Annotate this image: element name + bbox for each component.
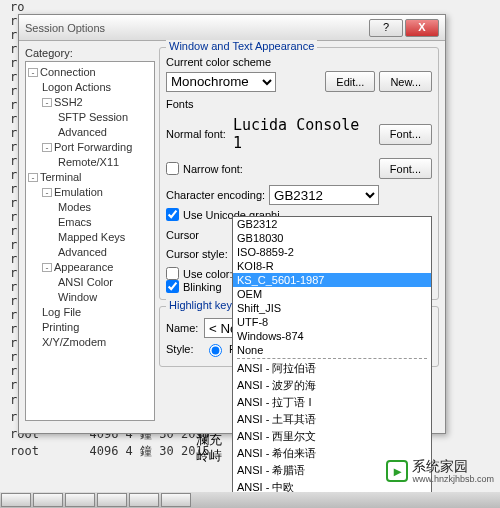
edit-button[interactable]: Edit... <box>325 71 375 92</box>
tree-node[interactable]: Logon Actions <box>28 80 152 95</box>
font-button[interactable]: Font... <box>379 124 432 145</box>
category-label: Category: <box>25 47 155 59</box>
char-encoding-label: Character encoding: <box>166 189 265 201</box>
blinking-checkbox[interactable] <box>166 280 179 293</box>
encoding-option[interactable]: ANSI - 西里尔文 <box>233 428 431 445</box>
encoding-option[interactable]: None <box>233 343 431 357</box>
color-scheme-label: Current color scheme <box>166 56 432 68</box>
style-label: Style: <box>166 343 200 355</box>
encoding-option[interactable]: ANSI - 波罗的海 <box>233 377 431 394</box>
taskbar <box>0 492 500 508</box>
tree-node[interactable]: Printing <box>28 320 152 335</box>
encoding-option[interactable]: Shift_JIS <box>233 301 431 315</box>
new-button[interactable]: New... <box>379 71 432 92</box>
encoding-option[interactable]: ANSI - 土耳其语 <box>233 411 431 428</box>
tree-node[interactable]: -Connection <box>28 65 152 80</box>
watermark: ▸ 系统家园 www.hnzkjhbsb.com <box>386 458 494 484</box>
taskbar-app[interactable] <box>1 493 31 507</box>
tree-node[interactable]: Remote/X11 <box>28 155 152 170</box>
normal-font-display: Lucida Console 1 <box>230 113 375 155</box>
taskbar-app[interactable] <box>65 493 95 507</box>
fonts-label: Fonts <box>166 98 432 110</box>
use-color-label: Use color: <box>183 268 233 280</box>
narrow-font-label: Narrow font: <box>183 163 243 175</box>
tree-node[interactable]: SFTP Session <box>28 110 152 125</box>
dialog-title: Session Options <box>25 22 367 34</box>
tree-node[interactable]: Modes <box>28 200 152 215</box>
taskbar-app[interactable] <box>129 493 159 507</box>
char-encoding-select[interactable]: GB2312 <box>269 185 379 205</box>
titlebar: Session Options ? X <box>19 15 445 41</box>
use-color-checkbox[interactable] <box>166 267 179 280</box>
narrow-font-checkbox[interactable] <box>166 162 179 175</box>
tree-node[interactable]: -SSH2 <box>28 95 152 110</box>
reverse-radio[interactable] <box>209 344 222 357</box>
help-button[interactable]: ? <box>369 19 403 37</box>
tree-node[interactable]: Advanced <box>28 245 152 260</box>
tree-node[interactable]: ANSI Color <box>28 275 152 290</box>
tree-node[interactable]: Emacs <box>28 215 152 230</box>
category-tree[interactable]: -ConnectionLogon Actions-SSH2SFTP Sessio… <box>25 61 155 421</box>
watermark-name: 系统家园 <box>412 458 468 474</box>
tree-node[interactable]: -Port Forwarding <box>28 140 152 155</box>
blinking-label: Blinking <box>183 281 222 293</box>
encoding-option[interactable]: UTF-8 <box>233 315 431 329</box>
font-button-2[interactable]: Font... <box>379 158 432 179</box>
tree-node[interactable]: -Terminal <box>28 170 152 185</box>
group-legend: Window and Text Appearance <box>166 40 317 52</box>
encoding-option[interactable]: Windows-874 <box>233 329 431 343</box>
close-button[interactable]: X <box>405 19 439 37</box>
taskbar-app[interactable] <box>33 493 63 507</box>
taskbar-app[interactable] <box>97 493 127 507</box>
color-scheme-select[interactable]: Monochrome <box>166 72 276 92</box>
tree-node[interactable]: -Appearance <box>28 260 152 275</box>
tree-node[interactable]: Mapped Keys <box>28 230 152 245</box>
use-unicode-checkbox[interactable] <box>166 208 179 221</box>
tree-node[interactable]: Log File <box>28 305 152 320</box>
watermark-logo-icon: ▸ <box>386 460 408 482</box>
normal-font-label: Normal font: <box>166 128 226 140</box>
tree-node[interactable]: Advanced <box>28 125 152 140</box>
encoding-option[interactable]: ANSI - 拉丁语 I <box>233 394 431 411</box>
tree-node[interactable]: -Emulation <box>28 185 152 200</box>
encoding-option[interactable]: GB2312 <box>233 217 431 231</box>
cursor-style-label: Cursor style: <box>166 248 228 260</box>
name-label: Name: <box>166 322 200 334</box>
encoding-option[interactable]: ANSI - 阿拉伯语 <box>233 360 431 377</box>
taskbar-app[interactable] <box>161 493 191 507</box>
tree-node[interactable]: Window <box>28 290 152 305</box>
watermark-url: www.hnzkjhbsb.com <box>412 474 494 484</box>
encoding-option[interactable]: OEM <box>233 287 431 301</box>
encoding-option[interactable]: ISO-8859-2 <box>233 245 431 259</box>
encoding-option[interactable]: GB18030 <box>233 231 431 245</box>
encoding-option[interactable]: KS_C_5601-1987 <box>233 273 431 287</box>
encoding-option[interactable]: KOI8-R <box>233 259 431 273</box>
tree-node[interactable]: X/Y/Zmodem <box>28 335 152 350</box>
